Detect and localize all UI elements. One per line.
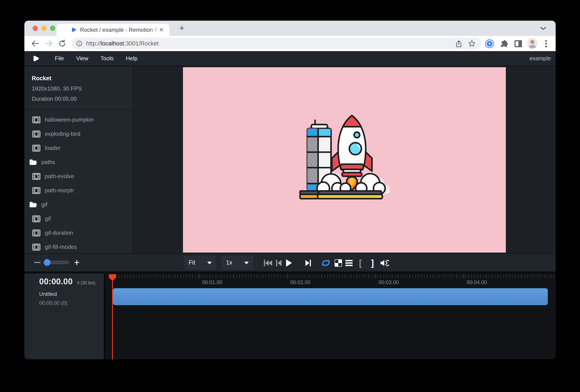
video-canvas: [183, 67, 506, 253]
menu-view[interactable]: View: [70, 55, 94, 62]
traffic-lights: [33, 26, 55, 31]
volume-icon[interactable]: [380, 258, 389, 268]
track-name-label: Untitled: [39, 291, 104, 297]
rocket-illustration: [299, 113, 390, 207]
forward-button[interactable]: [44, 39, 53, 48]
film-icon: [32, 187, 40, 194]
profile-avatar[interactable]: [527, 38, 538, 48]
sidebar-composition-item[interactable]: exploding-bird: [24, 127, 133, 141]
project-name-label: example: [530, 55, 551, 62]
previous-frame-button[interactable]: [274, 258, 284, 268]
transparency-checkerboard-icon[interactable]: [333, 258, 343, 268]
zoom-slider-thumb[interactable]: [44, 259, 50, 266]
ruler-time-label: 00:04.00: [467, 279, 487, 285]
folder-open-icon: [29, 159, 37, 165]
playback-rate-dropdown[interactable]: 1x: [221, 256, 254, 270]
new-tab-button[interactable]: +: [177, 23, 187, 33]
sidebar-composition-item[interactable]: gif-fill-modes: [24, 240, 133, 254]
close-window-button[interactable]: [33, 26, 38, 31]
menu-tools[interactable]: Tools: [94, 55, 120, 62]
film-icon: [32, 244, 40, 251]
composition-duration: Duration 00:05.00: [32, 96, 133, 102]
menu-help[interactable]: Help: [120, 55, 144, 62]
minimize-window-button[interactable]: [41, 26, 47, 31]
browser-tab[interactable]: Rocket / example - Remotion Pre ✕: [57, 24, 169, 36]
site-info-icon[interactable]: [76, 40, 82, 47]
browser-toolbar: http://localhost:3001/Rocket: [24, 36, 556, 51]
caret-down-icon: [244, 262, 249, 264]
playhead-line[interactable]: [112, 274, 113, 359]
play-button[interactable]: [284, 258, 294, 268]
timeline-rows-icon[interactable]: [344, 258, 354, 268]
set-in-point-icon[interactable]: [: [356, 258, 365, 268]
composition-label: paths: [41, 159, 55, 165]
playback-rate-value: 1x: [226, 256, 232, 269]
folder-open-icon: [29, 201, 37, 208]
reload-button[interactable]: [57, 39, 67, 48]
sidebar-folder-item[interactable]: gif: [24, 198, 133, 212]
sidebar-composition-item[interactable]: path-evolve: [24, 169, 133, 183]
composition-label: gif: [41, 201, 47, 208]
second-tick: [199, 274, 199, 279]
chevron-down-icon[interactable]: [540, 27, 547, 31]
second-tick: [376, 274, 376, 279]
caret-down-icon: [207, 262, 212, 264]
film-icon: [32, 215, 40, 222]
kebab-menu-icon[interactable]: [541, 39, 551, 48]
composition-info: Rocket 1920x1080, 30 FPS Duration 00:05.…: [24, 66, 133, 102]
size-dropdown[interactable]: Fit: [184, 256, 216, 270]
share-icon[interactable]: [455, 40, 462, 48]
side-panel-icon[interactable]: [513, 39, 523, 48]
zoom-in-plus-icon[interactable]: +: [72, 257, 82, 269]
zoom-window-button[interactable]: [50, 26, 55, 31]
timeline-splitter[interactable]: [104, 273, 106, 359]
composition-label: gif-fill-modes: [45, 244, 77, 250]
sidebar-folder-item[interactable]: paths: [24, 155, 133, 169]
tab-title: Rocket / example - Remotion Pre: [80, 24, 161, 36]
composition-label: gif-duration: [45, 230, 73, 236]
size-dropdown-value: Fit: [189, 256, 195, 269]
tab-close-icon[interactable]: ✕: [157, 24, 166, 36]
loop-toggle-icon[interactable]: [321, 258, 331, 268]
track-time-label: 00:00.00 (0): [39, 300, 104, 306]
timeline-clip[interactable]: [113, 288, 548, 305]
composition-label: loader: [45, 145, 60, 151]
back-button[interactable]: [30, 39, 40, 48]
sidebar-composition-item[interactable]: halloween-pumpkin: [24, 113, 133, 127]
playhead-handle[interactable]: [109, 274, 116, 281]
extensions-puzzle-icon[interactable]: [499, 39, 509, 48]
url-text: http://localhost:3001/Rocket: [86, 38, 158, 49]
remotion-logo-icon[interactable]: [32, 55, 40, 62]
composition-label: halloween-pumpkin: [45, 116, 94, 123]
sidebar-composition-item[interactable]: gif-duration: [24, 226, 133, 240]
film-icon: [32, 116, 40, 123]
tab-strip: Rocket / example - Remotion Pre ✕ +: [24, 21, 556, 36]
composition-list: halloween-pumpkin exploding-bird loader …: [24, 110, 133, 254]
zoom-out-minus-icon[interactable]: [34, 262, 41, 263]
sidebar-composition-item[interactable]: path-morph: [24, 183, 133, 198]
url-bar[interactable]: http://localhost:3001/Rocket: [72, 38, 481, 49]
compositions-sidebar: Rocket 1920x1080, 30 FPS Duration 00:05.…: [24, 66, 133, 254]
set-out-point-icon[interactable]: ]: [368, 258, 377, 268]
second-tick: [464, 274, 464, 279]
frame-ticks: [113, 274, 556, 278]
composition-label: gif: [45, 215, 51, 222]
ruler-time-label: 00:02.00: [290, 279, 310, 285]
second-tick: [287, 274, 288, 279]
bookmark-star-icon[interactable]: [468, 40, 476, 48]
sidebar-composition-item[interactable]: loader: [24, 141, 133, 155]
player-controls-bar: + Fit 1x [ ]: [24, 254, 556, 273]
current-timecode: 00:00.00: [39, 277, 73, 286]
menu-file[interactable]: File: [49, 55, 70, 62]
ruler-time-label: 00:03.00: [379, 279, 399, 285]
timeline-track-area[interactable]: 00:01.00 00:02.00 00:03.00 00:04.00: [106, 273, 556, 359]
composition-resolution: 1920x1080, 30 FPS: [32, 85, 133, 92]
sidebar-composition-item[interactable]: gif: [24, 212, 133, 226]
composition-label: path-morph: [45, 187, 74, 194]
password-manager-icon[interactable]: [485, 39, 494, 48]
composition-label: path-evolve: [45, 173, 74, 180]
timeline-info-panel: 00:00.00 0 (30 fps) Untitled 00:00.00 (0…: [24, 273, 104, 359]
jump-to-start-button[interactable]: [263, 258, 273, 268]
next-frame-button[interactable]: [303, 258, 313, 268]
timeline-panel: 00:00.00 0 (30 fps) Untitled 00:00.00 (0…: [24, 273, 556, 359]
